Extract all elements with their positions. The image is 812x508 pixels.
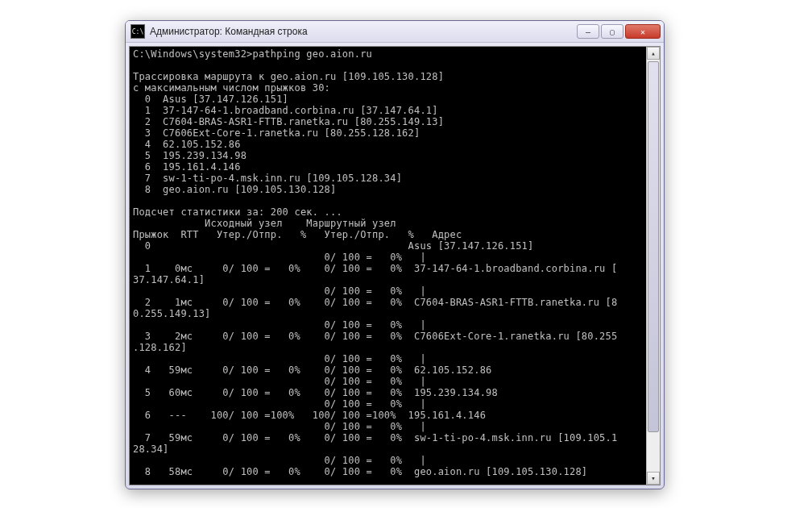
stat-row: 37.147.64.1] xyxy=(133,274,205,285)
stat-row: 0 Asus [37.147.126.151] xyxy=(133,240,533,252)
stat-row: 0/ 100 = 0% | xyxy=(133,252,426,263)
stat-row: .128.162] xyxy=(133,342,187,353)
col-header-line: Прыжок RTT Утер./Отпр. % Утер./Отпр. % А… xyxy=(133,229,462,240)
stat-row: 4 59мс 0/ 100 = 0% 0/ 100 = 0% 62.105.15… xyxy=(133,364,491,376)
minimize-button[interactable]: — xyxy=(577,24,599,39)
stat-row: 5 60мс 0/ 100 = 0% 0/ 100 = 0% 195.239.1… xyxy=(133,387,498,398)
hop-line: 2 C7604-BRAS-ASR1-FTTB.ranetka.ru [80.25… xyxy=(133,116,444,127)
stat-row: 3 2мс 0/ 100 = 0% 0/ 100 = 0% C7606Ext-C… xyxy=(133,331,617,342)
stat-row: 0/ 100 = 0% | xyxy=(133,319,426,331)
hop-line: 0 Asus [37.147.126.151] xyxy=(133,94,288,105)
scroll-up-button[interactable]: ▴ xyxy=(647,47,660,60)
hop-line: 5 195.239.134.98 xyxy=(133,150,246,161)
hop-line: 4 62.105.152.86 xyxy=(133,139,241,150)
stat-row: 28.34] xyxy=(133,443,169,455)
trace-header: Трассировка маршрута к geo.aion.ru [109.… xyxy=(133,71,444,82)
stats-header: Подсчет статистики за: 200 сек. ... xyxy=(133,206,342,218)
title-bar[interactable]: C:\ Администратор: Командная строка — ▢ … xyxy=(126,21,664,43)
terminal-output[interactable]: C:\Windows\system32>pathping geo.aion.ru… xyxy=(133,48,645,483)
stat-row: 8 58мс 0/ 100 = 0% 0/ 100 = 0% geo.aion.… xyxy=(133,466,587,477)
stat-row: 0/ 100 = 0% | xyxy=(133,353,426,364)
hop-line: 7 sw-1-ti-po-4.msk.inn.ru [109.105.128.3… xyxy=(133,173,402,184)
stat-row: 0/ 100 = 0% | xyxy=(133,376,426,387)
stat-row: 1 0мс 0/ 100 = 0% 0/ 100 = 0% 37-147-64-… xyxy=(133,263,617,274)
stat-row: 0/ 100 = 0% | xyxy=(133,285,426,297)
prompt-line: C:\Windows\system32>pathping geo.aion.ru xyxy=(133,48,372,60)
col-source-line: Исходный узел Маршрутный узел xyxy=(133,218,396,229)
hop-line: 6 195.161.4.146 xyxy=(133,161,241,173)
stat-row: 2 1мс 0/ 100 = 0% 0/ 100 = 0% C7604-BRAS… xyxy=(133,297,617,308)
scroll-thumb[interactable] xyxy=(648,61,659,432)
window-title: Администратор: Командная строка xyxy=(150,26,577,37)
scroll-down-button[interactable]: ▾ xyxy=(647,472,660,485)
hop-line: 1 37-147-64-1.broadband.corbina.ru [37.1… xyxy=(133,105,438,116)
stat-row: 0/ 100 = 0% | xyxy=(133,421,426,432)
stat-row: 0/ 100 = 0% | xyxy=(133,398,426,410)
maximize-button[interactable]: ▢ xyxy=(601,24,624,39)
close-button[interactable]: ✕ xyxy=(625,24,661,39)
stat-row: 0.255.149.13] xyxy=(133,308,211,319)
stat-row: 0/ 100 = 0% | xyxy=(133,455,426,466)
stat-row: 6 --- 100/ 100 =100% 100/ 100 =100% 195.… xyxy=(133,410,486,421)
vertical-scrollbar[interactable]: ▴ ▾ xyxy=(646,47,660,485)
max-hops-line: с максимальным числом прыжков 30: xyxy=(133,82,330,94)
hop-line: 3 C7606Ext-Core-1.ranetka.ru [80.255.128… xyxy=(133,127,420,139)
scroll-track[interactable] xyxy=(647,60,660,472)
hop-line: 8 geo.aion.ru [109.105.130.128] xyxy=(133,184,336,195)
stat-row: 7 59мс 0/ 100 = 0% 0/ 100 = 0% sw-1-ti-p… xyxy=(133,432,617,443)
client-area: C:\Windows\system32>pathping geo.aion.ru… xyxy=(129,46,661,485)
cmd-window: C:\ Администратор: Командная строка — ▢ … xyxy=(125,20,665,489)
app-icon: C:\ xyxy=(130,24,145,39)
window-buttons: — ▢ ✕ xyxy=(577,24,661,39)
